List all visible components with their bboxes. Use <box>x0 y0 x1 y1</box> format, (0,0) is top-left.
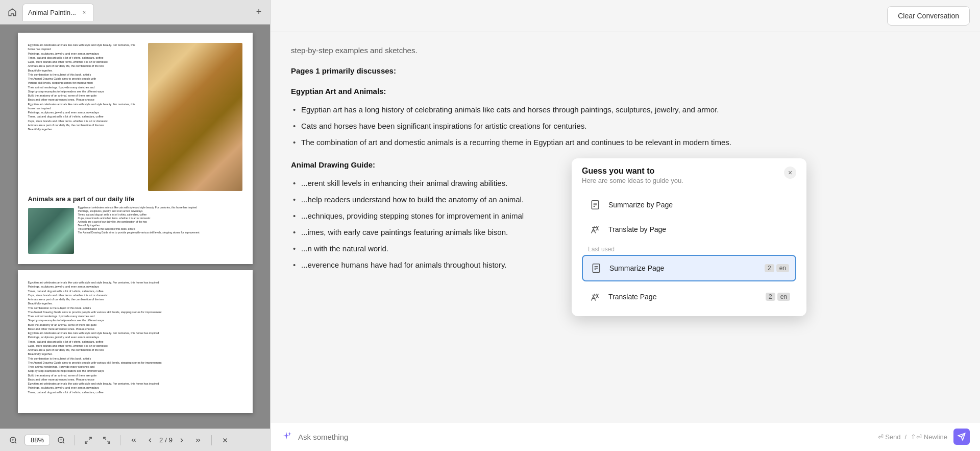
toolbar-separator-1 <box>75 435 75 445</box>
send-shortcut-label: ⏎ Send <box>878 433 901 441</box>
last-used-label: Last used <box>582 242 796 255</box>
pdf-page1-lower-text: Egyptian art celebrates animals like cat… <box>78 206 200 254</box>
summarize-badge-num: 2 <box>765 264 774 272</box>
pdf-content-area: Egyptian art celebrates animals like cat… <box>0 25 270 429</box>
fit-width-button[interactable] <box>100 433 114 447</box>
svg-line-5 <box>63 442 64 443</box>
chat-bullet-1: Egyptian art has a long history of celeb… <box>291 102 960 118</box>
translate-by-page-option[interactable]: Translate by Page <box>582 217 796 242</box>
zoom-in-button[interactable] <box>6 433 20 447</box>
shortcut-separator: / <box>905 433 907 441</box>
svg-line-7 <box>89 437 91 440</box>
last-used-translate-label: Translate Page <box>608 293 656 301</box>
send-button[interactable] <box>953 429 970 445</box>
zoom-out-button[interactable] <box>54 433 68 447</box>
pdf-viewer: Animal Paintin... × + Egyptian art celeb… <box>0 0 271 451</box>
summarize-badge: 2 en <box>765 264 789 272</box>
guess-popup-title-area: Guess you want to Here are some ideas to… <box>582 167 683 184</box>
toolbar-separator-3 <box>211 435 212 445</box>
pdf-page1-image <box>148 43 242 191</box>
pdf-tab-label: Animal Paintin... <box>28 9 76 16</box>
home-button[interactable] <box>4 4 20 20</box>
zoom-value[interactable]: 88% <box>24 435 50 445</box>
summarize-badge-lang: en <box>776 264 789 272</box>
newline-shortcut-label: ⇧⏎ Newline <box>911 433 947 441</box>
chat-intro-text: step-by-step examples and sketches. <box>291 44 960 57</box>
chat-header: Clear Conversation <box>271 0 980 32</box>
pdf-toolbar: 88% <box>0 429 270 451</box>
chat-input-actions: ⏎ Send / ⇧⏎ Newline <box>878 433 947 441</box>
last-used-translate-page[interactable]: Translate Page 2 en <box>582 284 796 309</box>
svg-line-8 <box>85 441 88 443</box>
translate-badge: 2 en <box>766 293 790 301</box>
chat-pages-label: Pages 1 primarily discusses: <box>291 65 960 77</box>
pdf-page1-heading: Animals are a part of our daily life <box>28 195 242 203</box>
pdf-tab-bar: Animal Paintin... × + <box>0 0 270 25</box>
last-used-summarize-page[interactable]: Summarize Page 2 en <box>582 255 796 281</box>
pdf-page1-text: Egyptian art celebrates animals like cat… <box>28 43 139 131</box>
page-navigation: 2 / 9 <box>127 433 205 447</box>
translate-badge-num: 2 <box>766 293 775 301</box>
pdf-page-2: Egyptian art celebrates animals like cat… <box>18 270 253 413</box>
prev-page-button[interactable] <box>143 433 157 447</box>
last-used-translate-icon <box>588 290 602 304</box>
close-toolbar-button[interactable] <box>218 433 232 447</box>
guess-popup: Guess you want to Here are some ideas to… <box>572 158 806 316</box>
page-separator: / <box>165 436 167 444</box>
guess-popup-header: Guess you want to Here are some ideas to… <box>572 158 806 188</box>
last-used-summarize-label: Summarize Page <box>609 264 664 272</box>
chat-section1-title: Egyptian Art and Animals: <box>291 85 960 98</box>
summarize-by-page-option[interactable]: Summarize by Page <box>582 193 796 217</box>
first-page-button[interactable] <box>127 433 141 447</box>
pdf-page2-text: Egyptian art celebrates animals like cat… <box>28 280 242 394</box>
summarize-by-page-label: Summarize by Page <box>608 201 673 209</box>
svg-line-10 <box>104 437 106 440</box>
translate-badge-lang: en <box>777 293 790 301</box>
clear-conversation-button[interactable]: Clear Conversation <box>887 6 970 26</box>
guess-popup-subtitle: Here are some ideas to guide you. <box>582 177 683 184</box>
next-page-button[interactable] <box>175 433 189 447</box>
last-used-summarize-icon <box>589 261 603 275</box>
svg-line-1 <box>15 442 16 443</box>
guess-popup-title: Guess you want to <box>582 167 683 176</box>
pdf-page1-small-image <box>28 208 74 254</box>
chat-input-area: ⏎ Send / ⇧⏎ Newline <box>271 422 980 451</box>
pdf-tab-animal-painting[interactable]: Animal Paintin... × <box>22 4 94 21</box>
chat-bullet-3: The combination of art and domestic anim… <box>291 134 960 151</box>
guess-popup-close-button[interactable]: × <box>784 167 796 179</box>
svg-line-9 <box>107 441 110 443</box>
translate-by-page-label: Translate by Page <box>608 225 666 233</box>
pdf-tab-close-button[interactable]: × <box>80 8 88 16</box>
chat-sparkle-icon <box>281 431 292 442</box>
pdf-page-1: Egyptian art celebrates animals like cat… <box>18 33 253 264</box>
zoom-level-display: 88% <box>24 435 50 445</box>
total-pages: 9 <box>169 436 173 444</box>
summarize-by-page-icon <box>588 198 602 212</box>
chat-panel: Clear Conversation step-by-step examples… <box>271 0 980 451</box>
toolbar-separator-2 <box>120 435 120 445</box>
translate-by-page-icon <box>588 222 602 236</box>
chat-bullet-list: Egyptian art has a long history of celeb… <box>291 102 960 151</box>
chat-bullet-2: Cats and horses have been significant in… <box>291 118 960 134</box>
fit-page-button[interactable] <box>81 433 95 447</box>
last-page-button[interactable] <box>191 433 205 447</box>
add-tab-button[interactable]: + <box>252 5 266 19</box>
guess-popup-options: Summarize by Page Translate by Page Last… <box>572 188 806 316</box>
chat-input-field[interactable] <box>298 433 872 441</box>
current-page: 2 <box>159 436 163 444</box>
